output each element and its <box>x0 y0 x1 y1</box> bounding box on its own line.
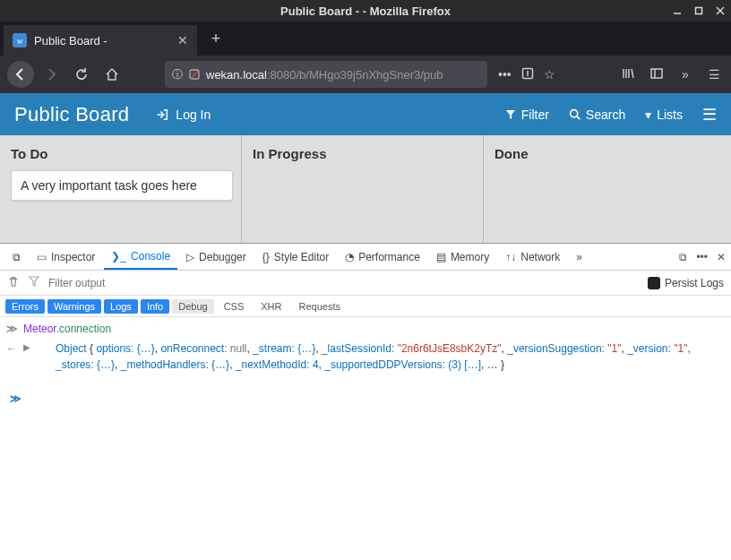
reader-mode-icon[interactable] <box>520 66 535 83</box>
url-bar[interactable]: ⓘ wekan.local:8080/b/MHgo39j5nXhgSner3/p… <box>165 61 487 88</box>
console-input-echo: ≫ Meteor.connection <box>5 321 726 337</box>
url-text: wekan.local:8080/b/MHgo39j5nXhgSner3/pub <box>206 68 480 82</box>
wekan-favicon: w <box>13 33 27 47</box>
console-filter-bar: Persist Logs <box>0 271 731 296</box>
board-lists: To Do A very important task goes here In… <box>0 135 731 243</box>
board-title: Public Board <box>14 103 129 126</box>
console-prompt[interactable]: ≫ <box>5 385 726 407</box>
filter-button[interactable]: Filter <box>505 108 549 122</box>
devtools-iframe-picker[interactable]: ⧉ <box>5 245 28 270</box>
app-header: Public Board Log In Filter Search ▾ List… <box>0 93 731 135</box>
window-titlebar: Public Board - - Mozilla Firefox <box>0 0 731 22</box>
pill-xhr[interactable]: XHR <box>254 299 288 314</box>
filter-icon <box>505 109 516 120</box>
lists-dropdown[interactable]: ▾ Lists <box>645 108 683 122</box>
devtools-more-icon[interactable]: ••• <box>696 251 708 263</box>
browser-tab[interactable]: w Public Board - ✕ <box>4 25 197 56</box>
page-actions-icon[interactable]: ••• <box>498 67 512 82</box>
window-close-button[interactable] <box>715 5 726 16</box>
library-icon[interactable] <box>618 66 638 83</box>
devtools-tabs: ⧉ ▭Inspector ❯_Console ▷Debugger {}Style… <box>0 244 731 271</box>
bookmark-star-icon[interactable]: ☆ <box>544 67 555 82</box>
tab-memory[interactable]: ▤Memory <box>429 245 496 270</box>
home-button[interactable] <box>99 61 125 88</box>
filter-label: Filter <box>521 108 549 122</box>
login-label: Log In <box>176 108 211 122</box>
svg-line-5 <box>191 71 198 78</box>
console-output: ≫ Meteor.connection ← ▶ Object { options… <box>0 317 731 560</box>
tab-console[interactable]: ❯_Console <box>104 245 177 270</box>
devtools: ⧉ ▭Inspector ❯_Console ▷Debugger {}Style… <box>0 243 731 560</box>
window-title: Public Board - - Mozilla Firefox <box>280 4 451 18</box>
tab-debugger[interactable]: ▷Debugger <box>179 245 254 270</box>
checkbox-icon <box>648 277 660 289</box>
tab-performance[interactable]: ◔Performance <box>338 245 427 270</box>
sidebar-icon[interactable] <box>647 66 666 83</box>
pill-info[interactable]: Info <box>141 299 169 314</box>
list-inprogress: In Progress <box>242 135 484 243</box>
tab-label: Public Board - <box>34 34 108 47</box>
card-text: A very important task goes here <box>21 178 197 193</box>
svg-point-9 <box>570 110 577 117</box>
clear-console-button[interactable] <box>7 275 20 290</box>
pill-debug[interactable]: Debug <box>172 299 213 314</box>
pill-logs[interactable]: Logs <box>104 299 138 314</box>
tab-network[interactable]: ↑↓Network <box>498 245 567 270</box>
pill-requests[interactable]: Requests <box>292 299 348 314</box>
search-button[interactable]: Search <box>569 108 625 122</box>
devtools-dock-icon[interactable]: ⧉ <box>679 251 687 263</box>
output-arrow-icon: ← <box>5 340 18 357</box>
filter-funnel-icon <box>29 276 39 289</box>
devtools-close-icon[interactable]: ✕ <box>717 251 726 263</box>
tab-close-button[interactable]: ✕ <box>177 33 188 47</box>
persist-label: Persist Logs <box>665 277 724 289</box>
console-filter-input[interactable] <box>48 277 639 289</box>
permissions-icon[interactable] <box>188 68 201 81</box>
list-done: Done <box>484 135 726 243</box>
list-title: In Progress <box>253 146 472 161</box>
tab-overflow[interactable]: » <box>569 245 589 270</box>
console-output-line[interactable]: ← ▶ Object { options: {…}, onReconnect: … <box>5 340 726 373</box>
card-item[interactable]: A very important task goes here <box>11 170 233 201</box>
list-todo: To Do A very important task goes here <box>0 135 242 243</box>
site-info-icon[interactable]: ⓘ <box>172 67 183 82</box>
list-title: Done <box>494 146 715 161</box>
window-minimize-button[interactable] <box>672 5 683 16</box>
lists-label: Lists <box>657 108 683 122</box>
window-maximize-button[interactable] <box>693 5 704 16</box>
tab-strip: w Public Board - ✕ + <box>0 22 731 56</box>
disclosure-triangle-icon[interactable]: ▶ <box>23 340 30 354</box>
caret-down-icon: ▾ <box>645 108 651 122</box>
wekan-app: Public Board Log In Filter Search ▾ List… <box>0 93 731 243</box>
login-button[interactable]: Log In <box>156 108 211 122</box>
persist-logs-toggle[interactable]: Persist Logs <box>648 277 724 289</box>
console-filter-pills: Errors Warnings Logs Info Debug CSS XHR … <box>0 296 731 317</box>
back-button[interactable] <box>7 61 34 88</box>
prompt-icon: ≫ <box>9 391 22 407</box>
pill-errors[interactable]: Errors <box>5 299 45 314</box>
list-title: To Do <box>11 146 230 161</box>
prompt-icon: ≫ <box>5 321 18 337</box>
tab-style-editor[interactable]: {}Style Editor <box>255 245 336 270</box>
svg-rect-7 <box>651 69 662 78</box>
app-menu-icon[interactable]: ☰ <box>704 67 724 82</box>
board-menu-icon[interactable]: ☰ <box>702 105 717 125</box>
pill-css[interactable]: CSS <box>217 299 252 314</box>
pill-warnings[interactable]: Warnings <box>47 299 101 314</box>
nav-bar: ⓘ wekan.local:8080/b/MHgo39j5nXhgSner3/p… <box>0 56 731 93</box>
overflow-icon[interactable]: » <box>675 67 695 82</box>
new-tab-button[interactable]: + <box>202 25 229 52</box>
reload-button[interactable] <box>68 61 95 88</box>
svg-rect-1 <box>696 8 702 14</box>
search-icon <box>569 108 580 120</box>
tab-inspector[interactable]: ▭Inspector <box>30 245 102 270</box>
search-label: Search <box>586 108 625 122</box>
forward-button[interactable] <box>38 61 64 88</box>
svg-line-10 <box>577 116 580 119</box>
